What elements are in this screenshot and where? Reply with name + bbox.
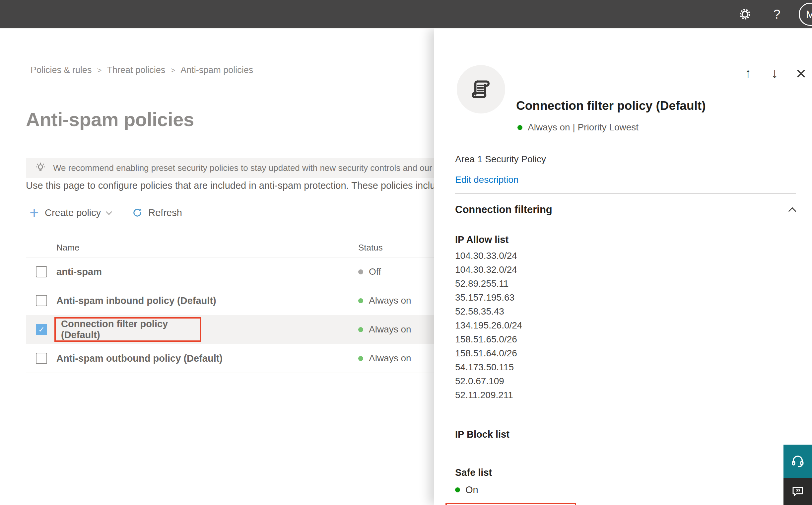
status-dot-on	[358, 327, 363, 332]
policy-name[interactable]: Connection filter policy (Default)	[61, 319, 200, 340]
status-label: Off	[369, 267, 381, 277]
status-cell: Off	[358, 267, 381, 277]
safe-list-value: On	[465, 484, 478, 495]
status-dot-on	[358, 298, 363, 303]
refresh-icon	[132, 207, 143, 218]
flyout-title: Connection filter policy (Default)	[516, 99, 788, 113]
close-icon: ×	[796, 63, 806, 83]
chevron-up-icon[interactable]	[788, 207, 796, 215]
app-root: ? M Policies & rules > Threat policies >…	[0, 0, 812, 505]
previous-item-button[interactable]: ↑	[739, 64, 757, 82]
safe-list-status: On	[455, 484, 478, 495]
status-cell: Always on	[358, 295, 411, 306]
next-item-button[interactable]: ↓	[766, 64, 784, 82]
page-title: Anti-spam policies	[26, 108, 194, 130]
flyout-status-text: Always on | Priority Lowest	[528, 122, 638, 133]
refresh-button[interactable]: Refresh	[132, 207, 182, 218]
column-header-name[interactable]: Name	[56, 242, 358, 253]
close-panel-button[interactable]: ×	[792, 64, 810, 82]
status-dot-on	[455, 487, 460, 492]
help-icon: ?	[773, 7, 780, 22]
ip-entry: 104.30.33.0/24	[455, 249, 522, 263]
feedback-bubble-icon	[791, 484, 805, 498]
breadcrumb-anti-spam-policies[interactable]: Anti-spam policies	[180, 65, 253, 75]
ip-allow-list: 104.30.33.0/24 104.30.32.0/24 52.89.255.…	[455, 249, 522, 402]
policy-name[interactable]: Anti-spam inbound policy (Default)	[56, 295, 358, 306]
policy-name[interactable]: Anti-spam outbound policy (Default)	[56, 353, 358, 364]
status-label: Always on	[369, 353, 411, 364]
arrow-down-icon: ↓	[771, 65, 778, 81]
ip-entry: 52.58.35.43	[455, 305, 522, 319]
edit-link-highlight-box: Edit connection filter policy	[445, 503, 576, 505]
breadcrumb: Policies & rules > Threat policies > Ant…	[30, 65, 253, 75]
row-checkbox[interactable]	[36, 353, 47, 364]
safe-list-heading: Safe list	[455, 467, 492, 478]
policy-description: Area 1 Security Policy	[455, 154, 546, 165]
support-button[interactable]	[784, 445, 812, 478]
breadcrumb-policies-rules[interactable]: Policies & rules	[30, 65, 92, 75]
command-bar: + Create policy Refresh	[29, 204, 182, 222]
section-header-connection-filtering: Connection filtering	[455, 204, 552, 216]
column-header-status[interactable]: Status	[358, 242, 383, 253]
status-label: Always on	[369, 295, 411, 306]
create-policy-label: Create policy	[45, 207, 101, 218]
status-cell: Always on	[358, 324, 411, 335]
headset-icon	[790, 454, 805, 469]
lightbulb-icon	[34, 162, 46, 174]
scroll-policy-icon	[468, 76, 493, 102]
ip-block-list-heading: IP Block list	[455, 429, 510, 440]
ip-entry: 52.11.209.211	[455, 388, 522, 402]
arrow-up-icon: ↑	[745, 65, 752, 81]
status-dot-on	[358, 356, 363, 361]
settings-button[interactable]	[735, 0, 755, 28]
divider	[455, 193, 796, 193]
status-label: Always on	[369, 324, 411, 335]
ip-entry: 54.173.50.115	[455, 360, 522, 374]
status-dot-on	[518, 125, 523, 130]
chevron-right-icon: >	[171, 66, 175, 75]
breadcrumb-threat-policies[interactable]: Threat policies	[107, 65, 166, 75]
account-avatar[interactable]: M	[799, 3, 812, 26]
status-dot-off	[358, 270, 363, 275]
topbar: ? M	[0, 0, 812, 28]
help-button[interactable]: ?	[769, 0, 785, 28]
row-checkbox-checked[interactable]: ✓	[36, 324, 47, 335]
ip-entry: 52.0.67.109	[455, 374, 522, 388]
plus-icon: +	[29, 205, 39, 221]
ip-entry: 35.157.195.63	[455, 291, 522, 305]
create-policy-button[interactable]: + Create policy	[29, 205, 111, 221]
ip-entry: 134.195.26.0/24	[455, 319, 522, 332]
row-checkbox[interactable]	[36, 266, 47, 278]
avatar-initial: M	[806, 8, 812, 21]
chevron-down-icon	[106, 209, 112, 215]
policy-avatar	[457, 65, 505, 114]
chevron-right-icon: >	[97, 66, 102, 75]
feedback-button[interactable]	[784, 478, 812, 505]
ip-entry: 104.30.32.0/24	[455, 263, 522, 277]
ip-entry: 158.51.64.0/26	[455, 346, 522, 360]
selection-highlight-box: Connection filter policy (Default)	[54, 317, 201, 342]
row-checkbox[interactable]	[36, 295, 47, 306]
edit-description-link[interactable]: Edit description	[455, 175, 519, 185]
flyout-status-line: Always on | Priority Lowest	[518, 122, 638, 133]
ip-allow-list-heading: IP Allow list	[455, 234, 509, 245]
policy-details-flyout: ↑ ↓ × Connection filter policy (Default)…	[434, 28, 812, 505]
policy-name[interactable]: anti-spam	[56, 267, 358, 278]
refresh-label: Refresh	[148, 207, 182, 218]
status-cell: Always on	[358, 353, 411, 364]
gear-icon	[738, 8, 752, 21]
ip-entry: 158.51.65.0/26	[455, 332, 522, 346]
ip-entry: 52.89.255.11	[455, 277, 522, 291]
check-icon: ✓	[38, 325, 44, 334]
